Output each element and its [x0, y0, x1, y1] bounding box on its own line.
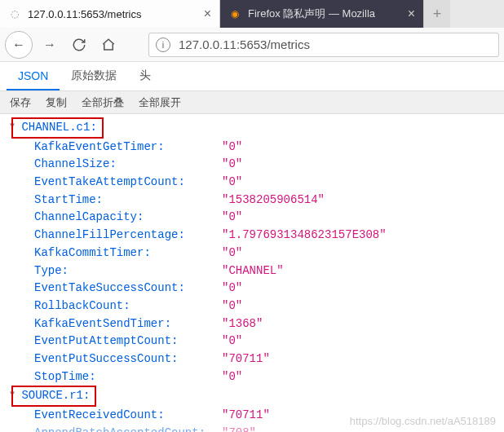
json-property-row[interactable]: EventPutAttemptCount:"0" — [0, 333, 504, 350]
json-property-row[interactable]: KafkaEventGetTimer:"0" — [0, 139, 504, 156]
json-value: "0" — [222, 333, 242, 350]
json-key: EventTakeSuccessCount: — [34, 280, 222, 298]
viewer-tabs: JSON 原始数据 头 — [0, 62, 504, 91]
json-property-row[interactable]: StartTime:"1538205906514" — [0, 192, 504, 209]
json-property-row[interactable]: AppendBatchAcceptedCount:"708" — [0, 425, 504, 432]
highlight-annotation: SOURCE.r1: — [11, 386, 96, 407]
json-value: "0" — [222, 368, 242, 386]
json-property-row[interactable]: EventTakeSuccessCount:"0" — [0, 280, 504, 298]
tab-title: 127.0.0.11:5653/metrics — [28, 8, 197, 20]
json-value: "708" — [222, 425, 256, 432]
tab-title: Firefox 隐私声明 — Mozilla — [248, 7, 401, 21]
json-property-row[interactable]: ChannelCapacity:"0" — [0, 209, 504, 227]
tab-raw-data[interactable]: 原始数据 — [60, 62, 128, 91]
expand-all-button[interactable]: 全部展开 — [135, 93, 184, 112]
tab-json[interactable]: JSON — [7, 63, 60, 90]
json-key: KafkaCommitTimer: — [34, 245, 222, 262]
home-icon — [101, 37, 116, 52]
json-property-row[interactable]: ChannelSize:"0" — [0, 156, 504, 174]
tab-strip: ◌ 127.0.0.11:5653/metrics × ◉ Firefox 隐私… — [0, 0, 504, 28]
json-viewer: ▼ CHANNEL.c1:KafkaEventGetTimer:"0"Chann… — [0, 114, 504, 432]
browser-tab-active[interactable]: ◌ 127.0.0.11:5653/metrics × — [0, 0, 220, 28]
json-key: ChannelCapacity: — [34, 209, 222, 227]
browser-tab-inactive[interactable]: ◉ Firefox 隐私声明 — Mozilla × — [220, 0, 424, 28]
reload-button[interactable] — [67, 33, 91, 57]
json-property-row[interactable]: Type:"CHANNEL" — [0, 262, 504, 280]
json-value: "0" — [222, 139, 242, 156]
new-tab-button[interactable]: + — [424, 0, 450, 28]
url-text: 127.0.0.11:5653/metrics — [179, 37, 492, 51]
json-value: "1538205906514" — [222, 192, 325, 209]
json-key: StopTime: — [34, 368, 222, 386]
json-property-row[interactable]: KafkaEventSendTimer:"1368" — [0, 315, 504, 333]
json-key: EventReceivedCount: — [34, 407, 222, 425]
highlight-annotation: CHANNEL.c1: — [11, 117, 104, 139]
page-favicon: ◉ — [228, 7, 241, 20]
json-value: "0" — [222, 298, 242, 315]
json-property-row[interactable]: KafkaCommitTimer:"0" — [0, 245, 504, 262]
json-section-header[interactable]: ▼ CHANNEL.c1: — [0, 117, 504, 139]
json-value: "0" — [222, 156, 242, 174]
json-property-row[interactable]: EventTakeAttemptCount:"0" — [0, 174, 504, 192]
back-button[interactable]: ← — [5, 31, 33, 59]
json-key: StartTime: — [34, 192, 222, 209]
json-property-row[interactable]: EventReceivedCount:"70711" — [0, 407, 504, 425]
home-button[interactable] — [96, 33, 121, 57]
json-key: ChannelSize: — [34, 156, 222, 174]
json-value: "1368" — [222, 315, 263, 333]
page-favicon: ◌ — [8, 7, 21, 20]
json-key: AppendBatchAcceptedCount: — [34, 425, 222, 432]
close-icon[interactable]: × — [204, 7, 211, 21]
json-property-row[interactable]: ChannelFillPercentage:"1.797693134862315… — [0, 227, 504, 245]
forward-button[interactable]: → — [38, 33, 62, 57]
json-value: "0" — [222, 174, 242, 192]
collapse-all-button[interactable]: 全部折叠 — [78, 93, 127, 112]
json-value: "0" — [222, 280, 242, 298]
json-key: ChannelFillPercentage: — [34, 227, 222, 245]
json-key: KafkaEventGetTimer: — [34, 139, 222, 156]
json-key: CHANNEL.c1: — [15, 117, 104, 139]
json-key: EventTakeAttemptCount: — [34, 174, 222, 192]
json-key: RollbackCount: — [34, 298, 222, 315]
close-icon[interactable]: × — [408, 7, 415, 21]
json-value: "70711" — [222, 407, 270, 425]
tab-headers[interactable]: 头 — [128, 62, 162, 91]
json-property-row[interactable]: StopTime:"0" — [0, 368, 504, 386]
site-info-icon[interactable]: i — [156, 37, 170, 52]
nav-toolbar: ← → i 127.0.0.11:5653/metrics — [0, 28, 504, 62]
json-value: "1.7976931348623157E308" — [222, 227, 387, 245]
json-property-row[interactable]: EventPutSuccessCount:"70711" — [0, 350, 504, 368]
json-key: Type: — [34, 262, 222, 280]
copy-button[interactable]: 复制 — [42, 93, 70, 112]
json-value: "CHANNEL" — [222, 262, 284, 280]
json-key: KafkaEventSendTimer: — [34, 315, 222, 333]
json-key: EventPutAttemptCount: — [34, 333, 222, 350]
json-property-row[interactable]: RollbackCount:"0" — [0, 298, 504, 315]
json-value: "0" — [222, 209, 242, 227]
save-button[interactable]: 保存 — [7, 93, 34, 112]
action-bar: 保存 复制 全部折叠 全部展开 — [0, 91, 504, 114]
json-key: SOURCE.r1: — [15, 386, 96, 407]
json-value: "70711" — [222, 350, 270, 368]
reload-icon — [72, 37, 86, 52]
json-value: "0" — [222, 245, 242, 262]
json-section-header[interactable]: ▼ SOURCE.r1: — [0, 386, 504, 407]
url-bar[interactable]: i 127.0.0.11:5653/metrics — [148, 33, 499, 57]
json-key: EventPutSuccessCount: — [34, 350, 222, 368]
